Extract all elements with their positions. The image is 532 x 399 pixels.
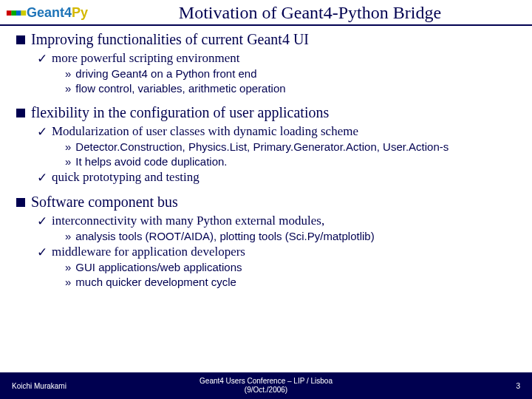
square-bullet-icon <box>16 198 25 207</box>
chevron-icon: » <box>65 140 71 154</box>
logo: ■■■■ Geant4Py <box>6 5 88 21</box>
check-icon: ✓ <box>37 124 47 140</box>
item-text: flow control, variables, arithmetic oper… <box>75 82 285 96</box>
footer-center: Geant4 Users Conference – LIP / Lisboa (… <box>200 377 332 395</box>
section-heading: Software component bus <box>31 193 178 211</box>
slide-footer: Koichi Murakami Geant4 Users Conference … <box>0 372 532 399</box>
item-text: analysis tools (ROOT/AIDA), plotting too… <box>75 230 374 244</box>
square-bullet-icon <box>16 35 25 44</box>
bullet-section: Improving functionalities of current Gea… <box>21 30 517 96</box>
chevron-icon: » <box>65 261 71 275</box>
sub-text: quick prototyping and testing <box>52 169 200 185</box>
bullet-section: flexibility in the configuration of user… <box>21 103 517 185</box>
check-icon: ✓ <box>37 170 47 185</box>
logo-text-py: Py <box>72 5 88 20</box>
check-icon: ✓ <box>37 245 47 260</box>
bullet-section: Software component bus ✓interconnectivit… <box>21 193 517 290</box>
check-icon: ✓ <box>37 214 47 229</box>
item-text: It helps avoid code duplication. <box>75 155 227 169</box>
sub-text: middleware for application developers <box>52 244 245 259</box>
item-text: driving Geant4 on a Python front end <box>75 67 256 81</box>
footer-author: Koichi Murakami <box>12 382 66 390</box>
logo-text-geant4: Geant4 <box>27 5 72 20</box>
item-text: Detector.Construction, Physics.List, Pri… <box>75 140 449 154</box>
footer-page-number: 3 <box>516 382 520 390</box>
slide-content: Improving functionalities of current Gea… <box>0 26 532 290</box>
chevron-icon: » <box>65 82 71 96</box>
logo-squares-icon: ■■■■ <box>6 7 25 19</box>
sub-text: Modularization of user classes with dyna… <box>52 123 358 139</box>
chevron-icon: » <box>65 230 71 244</box>
slide-title: Motivation of Geant4-Python Bridge <box>103 3 532 23</box>
section-heading: Improving functionalities of current Gea… <box>31 30 309 49</box>
sub-text: interconnectivity with many Python exter… <box>52 213 324 228</box>
logo-text: Geant4Py <box>27 5 88 21</box>
sub-text: more powerful scripting environment <box>52 50 239 66</box>
slide-header: ■■■■ Geant4Py Motivation of Geant4-Pytho… <box>0 0 532 26</box>
chevron-icon: » <box>65 155 71 169</box>
footer-conference: Geant4 Users Conference – LIP / Lisboa <box>200 377 332 386</box>
chevron-icon: » <box>65 67 71 81</box>
item-text: much quicker development cycle <box>75 276 236 290</box>
section-heading: flexibility in the configuration of user… <box>31 103 329 122</box>
chevron-icon: » <box>65 276 71 290</box>
square-bullet-icon <box>16 109 25 117</box>
footer-date: (9/Oct./2006) <box>200 386 332 395</box>
item-text: GUI applications/web applications <box>75 261 242 275</box>
check-icon: ✓ <box>37 51 47 66</box>
